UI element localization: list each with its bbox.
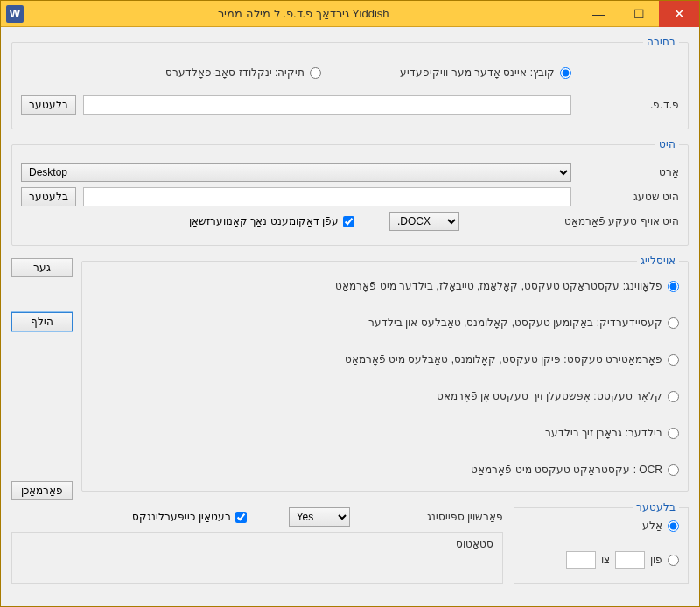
app-window: W גירדאַך פ.ד.פ. ל מילה ממיר Yiddish — ☐… [0,0,700,607]
layout-opt-2-label: פאָרמאַטירט טעקסט: פּיקן טעקסט, קאָלומנס… [345,353,662,366]
output-type-label: אָרט [578,166,679,178]
open-after-label: עפֿן דאָקומענט נאָך קאַנווערזשאַן [189,215,339,227]
layout-opt-4[interactable]: בילדער: גראָבן זיך בילדער [91,427,679,439]
layout-group: אויסלייג פלאָווינג: עקסטראַקט טעקסט, קאָ… [81,255,689,492]
format-label: היט אויף טעקע פֿאָרמאַט [564,215,679,227]
layout-legend: אויסלייג [637,255,679,267]
radio-source-folder[interactable]: תיקיה: ינקלודז סאָב-פאָלדערס [165,66,321,79]
output-path-label: היט שטעג [578,191,679,203]
status-label: סטאַטוס [456,538,494,550]
browse-output-button[interactable]: בלעטער [21,187,76,206]
spacing-select[interactable]: Yes [289,507,350,527]
app-icon: W [6,5,24,23]
layout-opt-3-input[interactable] [668,391,679,402]
pdf-label: פ.ד.פ. [578,99,679,111]
output-group: היט אָרט Desktop היט שטעג בלעטער היט אוי… [11,138,689,246]
layout-opt-5-label: OCR : עקסטראַקט טעקסט מיט פֿאָרמאַט [471,464,662,476]
radio-source-folder-input[interactable] [310,67,321,79]
layout-opt-2[interactable]: פאָרמאַטירט טעקסט: פּיקן טעקסט, קאָלומנס… [91,353,679,366]
source-radio-row: קובץ: איינס אָדער מער וויקיפּעדיע תיקיה:… [21,60,679,90]
pages-from-label: פון [650,554,662,566]
close-button[interactable]: ✕ [659,1,699,27]
spacing-label: פּאַרשוין ספּייסינג [427,511,503,523]
output-legend: היט [655,138,679,150]
format-select[interactable]: .DOCX [389,212,459,231]
titlebar: W גירדאַך פ.ד.פ. ל מילה ממיר Yiddish — ☐… [1,1,699,27]
layout-opt-5-input[interactable] [668,464,679,476]
pages-from-input[interactable] [615,551,645,569]
output-path-input[interactable] [83,187,571,206]
hyperlinks-input[interactable] [235,512,247,523]
side-buttons: גער הילף פאַרמאַכן [11,255,73,500]
layout-opt-3[interactable]: קלאָר טעקסט: אָפּשטעלן זיך טעקסט אָן פֿא… [91,390,679,402]
pages-range[interactable]: פון צו [523,551,679,569]
pages-group: בלעטער אַלע פון צו [514,507,689,584]
pdf-path-input[interactable] [83,95,571,115]
close-app-button[interactable]: פאַרמאַכן [11,481,73,500]
layout-opt-0[interactable]: פלאָווינג: עקסטראַקט טעקסט, קאָלאַמז, טי… [91,280,679,292]
pages-to-input[interactable] [566,551,596,569]
open-after-input[interactable] [343,216,354,227]
open-after-checkbox[interactable]: עפֿן דאָקומענט נאָך קאַנווערזשאַן [189,215,354,227]
selection-group: בחירה קובץ: איינס אָדער מער וויקיפּעדיע … [11,36,689,129]
status-group: סטאַטוס [11,532,503,584]
pages-range-input[interactable] [668,555,679,566]
pages-all[interactable]: אַלע [523,520,679,532]
layout-opt-4-label: בילדער: גראָבן זיך בילדער [545,427,662,439]
layout-opt-3-label: קלאָר טעקסט: אָפּשטעלן זיך טעקסט אָן פֿא… [437,390,662,402]
browse-pdf-button[interactable]: בלעטער [21,95,76,115]
hyperlinks-checkbox[interactable]: רעטאַין כייפּערלינגקס [132,511,246,523]
layout-opt-1[interactable]: קעסיידערדיק: באַקומען טעקסט, קאָלומנס, ט… [91,317,679,329]
content-area: בחירה קובץ: איינס אָדער מער וויקיפּעדיע … [1,27,699,606]
help-button[interactable]: הילף [11,312,73,331]
window-controls: — ☐ ✕ [578,1,699,27]
hyperlinks-label: רעטאַין כייפּערלינגקס [132,511,230,523]
pages-legend: בלעטער [633,501,679,513]
layout-opt-0-label: פלאָווינג: עקסטראַקט טעקסט, קאָלאַמז, טי… [335,280,662,292]
window-title: גירדאַך פ.ד.פ. ל מילה ממיר Yiddish [29,7,578,20]
radio-source-folder-label: תיקיה: ינקלודז סאָב-פאָלדערס [165,66,304,79]
pages-all-input[interactable] [668,520,679,532]
maximize-button[interactable]: ☐ [619,1,659,27]
layout-opt-1-label: קעסיידערדיק: באַקומען טעקסט, קאָלומנס, ט… [368,317,662,329]
output-type-select[interactable]: Desktop [21,163,571,182]
pages-all-label: אַלע [642,520,662,532]
radio-source-file[interactable]: קובץ: איינס אָדער מער וויקיפּעדיע [400,66,571,79]
selection-legend: בחירה [643,36,679,48]
radio-source-file-label: קובץ: איינס אָדער מער וויקיפּעדיע [400,66,555,79]
layout-opt-0-input[interactable] [668,281,679,292]
convert-button[interactable]: גער [11,258,73,277]
pages-to-label: צו [601,554,610,566]
radio-source-file-input[interactable] [560,67,571,79]
layout-opt-2-input[interactable] [668,354,679,366]
layout-opt-1-input[interactable] [668,317,679,329]
layout-opt-4-input[interactable] [668,428,679,439]
minimize-button[interactable]: — [578,1,619,27]
layout-opt-5[interactable]: OCR : עקסטראַקט טעקסט מיט פֿאָרמאַט [91,464,679,476]
